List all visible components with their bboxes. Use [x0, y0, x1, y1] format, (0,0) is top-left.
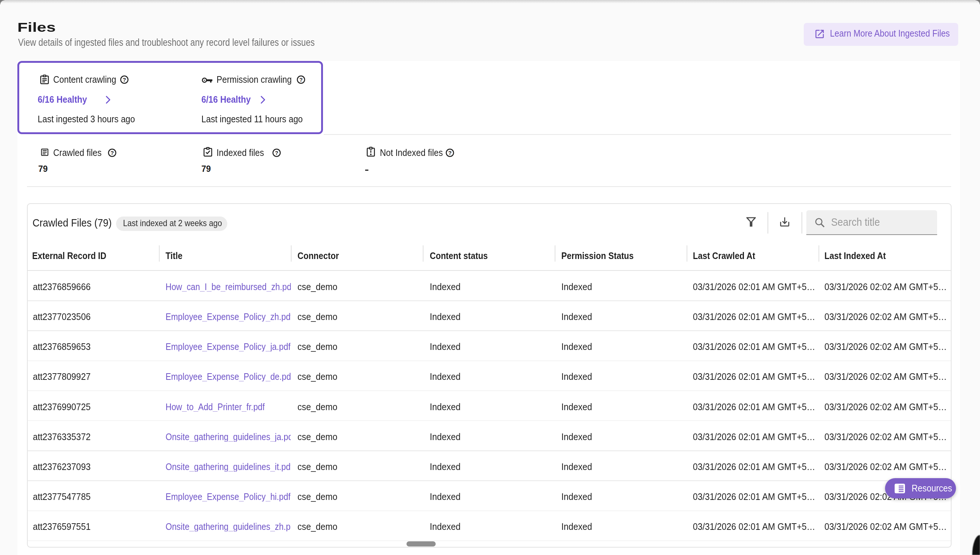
svg-text:?: ?	[123, 77, 126, 83]
svg-text:?: ?	[299, 77, 303, 83]
svg-text:?: ?	[111, 150, 114, 156]
svg-text:?: ?	[448, 150, 452, 156]
svg-text:?: ?	[275, 150, 278, 156]
